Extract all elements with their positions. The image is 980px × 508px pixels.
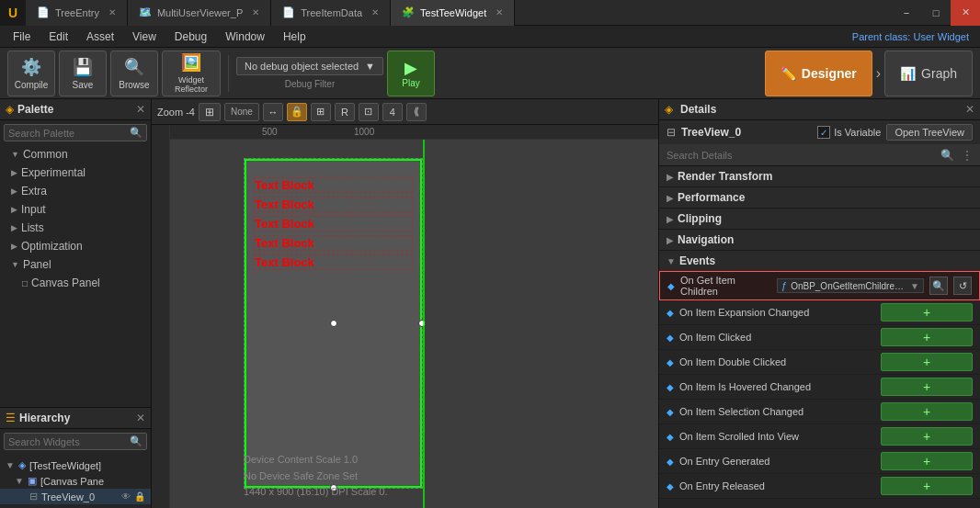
palette-close-button[interactable]: ✕ <box>136 103 145 116</box>
visibility-icon[interactable]: 👁 <box>121 491 131 502</box>
palette-item-experimental-label: Experimental <box>21 166 85 179</box>
section-performance-header[interactable]: ▶ Performance <box>659 187 980 208</box>
section-title-navigation: Navigation <box>678 233 734 246</box>
ruler-mark-500: 500 <box>262 127 278 137</box>
details-close-button[interactable]: ✕ <box>965 103 974 116</box>
event-name-get-item-children: On Get Item Children <box>680 275 771 297</box>
fit-view-button[interactable]: ⊞ <box>199 103 221 121</box>
hierarchy-item-root[interactable]: ▼ ◈ [TestTeeWidget] <box>0 457 151 473</box>
event-add-item-scrolled[interactable]: + <box>881 427 973 446</box>
tab-testteewidget[interactable]: 🧩 TestTeeWidget ✕ <box>391 0 515 26</box>
browse-button[interactable]: 🔍 Browse <box>110 51 158 96</box>
save-button[interactable]: 💾 Save <box>59 51 107 96</box>
section-performance: ▶ Performance <box>659 187 980 209</box>
section-clipping-header[interactable]: ▶ Clipping <box>659 209 980 229</box>
tab-multiuser[interactable]: 🗺️ MultiUserViewer_P ✕ <box>128 0 271 26</box>
ruler-button[interactable]: R <box>335 103 355 121</box>
tab-treeentry[interactable]: 📄 TreeEntry ✕ <box>26 0 128 26</box>
palette-item-common-label: Common <box>23 148 68 161</box>
menu-edit[interactable]: Edit <box>40 26 77 48</box>
palette-item-panel-label: Panel <box>23 258 51 271</box>
palette-item-lists[interactable]: Lists <box>0 219 151 237</box>
hierarchy-root-label: [TestTeeWidget] <box>29 460 101 471</box>
event-row-entry-released: ◆ On Entry Released + <box>659 474 980 499</box>
menu-debug[interactable]: Debug <box>165 26 216 48</box>
debug-object-label: No debug object selected <box>245 61 359 72</box>
grid-button[interactable]: ⊞ <box>311 103 331 121</box>
compile-button[interactable]: ⚙️ Compile <box>7 51 55 96</box>
hierarchy-item-treeview[interactable]: ⊟ TreeView_0 👁 🔒 <box>0 489 151 504</box>
hierarchy-treeview-icon: ⊟ <box>29 491 38 502</box>
menu-help[interactable]: Help <box>274 26 315 48</box>
event-add-entry-generated[interactable]: + <box>881 452 973 470</box>
tab-close-treeitemdata[interactable]: ✕ <box>371 7 379 17</box>
palette-item-optimization[interactable]: Optimization <box>0 237 151 255</box>
lock-icon: 🔒 <box>134 491 145 502</box>
graph-button[interactable]: 📊 Graph <box>884 51 973 96</box>
maximize-button[interactable]: □ <box>921 0 951 26</box>
hierarchy-panel: ☰ Hierarchy ✕ 🔍 ▼ ◈ [TestTeeWidget] ▼ ▣ … <box>0 407 151 508</box>
palette-item-canvas-panel-label: Canvas Panel <box>31 277 100 289</box>
details-tabs: ◈ Details <box>665 103 965 116</box>
event-add-item-double-clicked[interactable]: + <box>881 353 973 371</box>
section-render-transform-header[interactable]: ▶ Render Transform <box>659 166 980 186</box>
expand-button[interactable]: ⟪ <box>406 103 427 121</box>
debug-object-dropdown[interactable]: No debug object selected ▼ <box>236 57 383 75</box>
events-section-header[interactable]: ▼ Events <box>659 251 980 271</box>
event-add-item-clicked[interactable]: + <box>881 328 973 346</box>
palette-search-box: 🔍 <box>4 124 147 141</box>
details-search-input[interactable] <box>667 150 937 161</box>
hierarchy-item-canvas[interactable]: ▼ ▣ [Canvas Pane <box>0 473 151 489</box>
palette-item-extra[interactable]: Extra <box>0 182 151 200</box>
widget-name-bar: ⊟ TreeView_0 Is Variable Open TreeView <box>659 120 980 145</box>
open-treeview-button[interactable]: Open TreeView <box>886 124 973 141</box>
event-search-button[interactable]: 🔍 <box>929 277 948 295</box>
event-refresh-button[interactable]: ↺ <box>953 277 972 295</box>
canvas-bottom-info: Device Content Scale 1.0 No Device Safe … <box>244 452 388 501</box>
menu-view[interactable]: View <box>123 26 165 48</box>
tab-label-treeentry: TreeEntry <box>55 7 99 18</box>
section-render-transform: ▶ Render Transform <box>659 166 980 187</box>
overlay-button[interactable]: ⊡ <box>359 103 379 121</box>
zoom-num-button[interactable]: 4 <box>382 103 403 121</box>
event-diamond-get-item: ◆ <box>667 281 675 291</box>
event-add-item-selection[interactable]: + <box>881 402 973 421</box>
palette-icon: ◈ <box>6 103 14 116</box>
event-add-item-expansion[interactable]: + <box>881 303 973 322</box>
event-add-entry-released[interactable]: + <box>881 477 973 495</box>
move-tool-button[interactable]: ↔ <box>263 103 283 121</box>
details-tab-label[interactable]: Details <box>680 103 716 116</box>
menu-window[interactable]: Window <box>216 26 274 48</box>
section-navigation-header[interactable]: ▶ Navigation <box>659 230 980 250</box>
menu-asset[interactable]: Asset <box>77 26 123 48</box>
details-filter-icon[interactable]: ⋮ <box>962 149 973 162</box>
palette-item-panel[interactable]: Panel <box>0 255 151 274</box>
event-row-item-hovered: ◆ On Item Is Hovered Changed + <box>659 375 980 400</box>
menu-file[interactable]: File <box>4 26 40 48</box>
section-clipping: ▶ Clipping <box>659 209 980 230</box>
debug-filter-label: Debug Filter <box>285 79 335 89</box>
minimize-button[interactable]: − <box>892 0 921 26</box>
design-area[interactable]: Text Block Text Block Text Block Text Bl… <box>170 140 658 508</box>
palette-item-canvas-panel[interactable]: □ Canvas Panel <box>0 274 151 292</box>
event-add-item-hovered[interactable]: + <box>881 378 973 396</box>
palette-item-common[interactable]: Common <box>0 145 151 164</box>
hierarchy-close-button[interactable]: ✕ <box>136 412 145 424</box>
designer-button[interactable]: ✏️ Designer <box>765 51 872 96</box>
play-button[interactable]: ▶ Play <box>387 51 435 96</box>
palette-item-experimental[interactable]: Experimental <box>0 164 151 182</box>
palette-search-input[interactable] <box>8 128 130 139</box>
compile-label: Compile <box>15 80 49 90</box>
tab-close-multiuser[interactable]: ✕ <box>252 7 259 17</box>
tab-treeitemdata[interactable]: 📄 TreeItemData ✕ <box>271 0 391 26</box>
lock-aspect-button[interactable]: 🔒 <box>287 103 307 121</box>
palette-item-input[interactable]: Input <box>0 200 151 219</box>
tab-close-treeentry[interactable]: ✕ <box>108 7 116 17</box>
close-button[interactable]: ✕ <box>951 0 980 26</box>
tab-close-testteewidget[interactable]: ✕ <box>496 7 503 17</box>
resize-handle-center[interactable] <box>330 320 337 327</box>
widget-reflector-button[interactable]: 🖼️ Widget Reflector <box>162 51 221 96</box>
hierarchy-root-icon: ◈ <box>18 459 26 471</box>
hierarchy-search-input[interactable] <box>8 436 130 447</box>
is-variable-checkbox[interactable] <box>817 126 830 139</box>
